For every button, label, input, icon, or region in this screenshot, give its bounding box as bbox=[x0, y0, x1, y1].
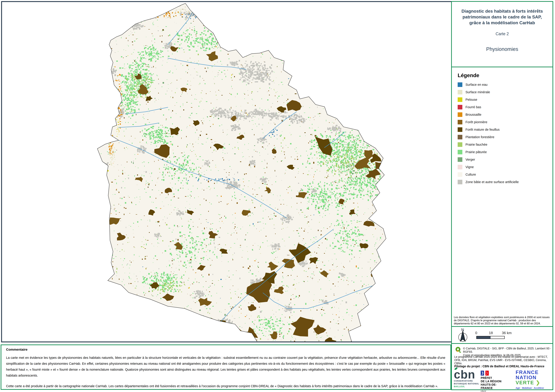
chevron-right-icon: ❯ bbox=[536, 380, 540, 385]
prefet-logo: PRÉFET DE LA RÉGION HAUTS-DE-FRANCE Libe… bbox=[481, 371, 506, 392]
north-arrow-icon: N bbox=[456, 328, 469, 343]
scalebar-fill bbox=[477, 336, 490, 339]
france-nation-verte-logo: FRANCE NATION VERTE ❯ Agir · Mobiliser ·… bbox=[516, 370, 551, 389]
prefet-line1: PRÉFET bbox=[481, 376, 506, 380]
legend-label: Vigne bbox=[466, 165, 474, 169]
legend-item: Plantation forestière bbox=[458, 135, 549, 139]
fnv-line1: FRANCE bbox=[516, 370, 551, 375]
scale-box: N 0 18 36 km bbox=[451, 326, 553, 344]
legend-item: Forêt pionnière bbox=[458, 120, 549, 124]
legend-label: Surface minérale bbox=[466, 90, 490, 94]
credits-box: © CarHab, DIGITALE - SIG, BFP - CBN de B… bbox=[451, 343, 553, 390]
legend-item: Pelouse bbox=[458, 97, 549, 102]
map-subtitle: Physionomies bbox=[457, 46, 547, 52]
map-number: Carte 2 bbox=[457, 32, 547, 36]
legend-item: Vigne bbox=[458, 165, 549, 169]
cbn-line2: BOTANIQUE NATIONAL bbox=[454, 382, 480, 385]
legend-label: Culture bbox=[466, 173, 476, 176]
legend-item: Prairie pâturée bbox=[458, 150, 549, 154]
copyright-line1: © CarHab, DIGITALE - SIG, BFP - CBN de B… bbox=[463, 347, 551, 353]
legend-swatch bbox=[458, 97, 462, 102]
legend-label: Verger bbox=[466, 158, 475, 161]
legend-item: Culture bbox=[458, 172, 549, 177]
map-canvas bbox=[2, 2, 451, 342]
scalebar: 0 18 36 km bbox=[476, 331, 523, 339]
cbn-acronym: cbn bbox=[454, 369, 480, 380]
legend-swatch bbox=[458, 135, 462, 139]
legend-item: Surface en eau bbox=[458, 82, 549, 87]
fnv-tagline: Agir · Mobiliser · Accélérer bbox=[516, 387, 551, 389]
fnv-line2: NATION bbox=[516, 375, 551, 380]
cbn-logo: cbn CONSERVATOIRE BOTANIQUE NATIONAL BAI… bbox=[454, 369, 480, 388]
legend-item: Broussaille bbox=[458, 112, 549, 117]
legend-notes: Les données flore et végétation exploité… bbox=[454, 316, 551, 325]
legend-swatch bbox=[458, 90, 462, 94]
legend-label: Plantation forestière bbox=[466, 135, 494, 139]
comment-title: Commentaire bbox=[6, 348, 445, 351]
partnership-text: Le programme CarHab 2020-2025 est réalis… bbox=[454, 355, 552, 365]
partner-logos: cbn CONSERVATOIRE BOTANIQUE NATIONAL BAI… bbox=[452, 369, 553, 390]
legend-label: Zone bâtie et autre surface artificielle bbox=[466, 180, 519, 184]
legend-swatch bbox=[458, 127, 462, 132]
legend-label: Pelouse bbox=[466, 98, 477, 101]
legend-label: Surface en eau bbox=[466, 83, 488, 86]
comment-paragraph-1: La carte met en évidence les types de ph… bbox=[6, 355, 445, 378]
legend-swatch bbox=[458, 120, 462, 124]
legend-swatch bbox=[458, 172, 462, 177]
scalebar-labels: 0 18 36 km bbox=[476, 331, 523, 335]
fnv-line3: VERTE ❯ bbox=[516, 380, 551, 385]
prefet-motto1: Liberté bbox=[481, 390, 506, 392]
cbn-letters: cbn bbox=[454, 368, 475, 381]
legend-swatch bbox=[458, 112, 462, 117]
page-title: Diagnostic des habitats à forts intérêts… bbox=[457, 8, 547, 26]
scalebar-tick-36: 36 km bbox=[502, 331, 511, 335]
legend-swatch bbox=[458, 165, 462, 169]
legend-title: Légende bbox=[458, 72, 549, 78]
legend-swatch bbox=[458, 142, 462, 147]
legend-swatch bbox=[458, 105, 462, 109]
legend-label: Prairie pâturée bbox=[466, 150, 487, 154]
legend-box: Légende Surface en eauSurface minéralePe… bbox=[451, 67, 553, 327]
legend-item: Zone bâtie et autre surface artificielle bbox=[458, 180, 549, 184]
legend-item: Fourré bas bbox=[458, 105, 549, 109]
scalebar-tick-0: 0 bbox=[475, 331, 477, 335]
legend-swatch bbox=[458, 150, 462, 154]
legend-item: Surface minérale bbox=[458, 90, 549, 94]
prefet-line3: HAUTS-DE-FRANCE bbox=[481, 383, 506, 390]
title-box: Diagnostic des habitats à forts intérêts… bbox=[451, 1, 553, 67]
map-sheet: Diagnostic des habitats à forts intérêts… bbox=[0, 0, 555, 392]
legend-swatch bbox=[458, 82, 462, 87]
legend-swatch bbox=[458, 157, 462, 162]
legend-label: Fourré bas bbox=[466, 105, 481, 109]
pilotage-text: Pilotage du projet : CBN de Bailleul et … bbox=[454, 365, 553, 368]
legend-label: Forêt pionnière bbox=[466, 120, 487, 124]
comment-box: Commentaire La carte met en évidence les… bbox=[1, 344, 451, 390]
prefet-line2: DE LA RÉGION bbox=[481, 380, 506, 383]
french-flag-icon bbox=[481, 371, 489, 376]
qgis-logo-icon bbox=[455, 346, 462, 353]
map-panel bbox=[1, 1, 453, 342]
legend-item: Prairie fauchée bbox=[458, 142, 549, 147]
legend-label: Broussaille bbox=[466, 113, 481, 116]
comment-paragraph-2: Cette carte a été produite à partir de l… bbox=[6, 383, 445, 389]
legend-swatch bbox=[458, 180, 462, 184]
legend-items: Surface en eauSurface minéralePelouseFou… bbox=[458, 82, 549, 184]
cbn-line3: BAILLEUL bbox=[454, 385, 480, 388]
scalebar-tick-18: 18 bbox=[489, 331, 493, 335]
legend-item: Forêt mature de feuillus bbox=[458, 127, 549, 132]
legend-item: Verger bbox=[458, 157, 549, 162]
legend-label: Prairie fauchée bbox=[466, 143, 487, 146]
legend-label: Forêt mature de feuillus bbox=[466, 128, 500, 131]
scalebar-bar bbox=[476, 336, 505, 339]
